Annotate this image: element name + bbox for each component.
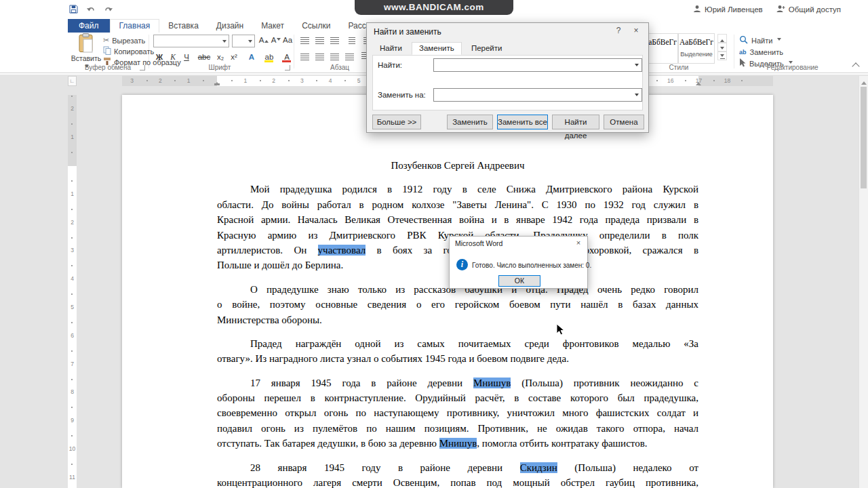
replace-input[interactable]	[433, 88, 642, 102]
word-message-box: Microsoft Word × i Готово. Число выполне…	[449, 236, 588, 289]
ruler-number: 1	[68, 134, 77, 140]
clipboard-dialog-launcher-icon[interactable]	[140, 65, 145, 70]
font-color-button[interactable]: А	[281, 51, 293, 63]
decrease-indent-button[interactable]	[346, 35, 358, 47]
tab-selector-box[interactable]: ∟	[68, 76, 77, 86]
styles-scroll-down-icon[interactable]	[717, 43, 727, 52]
highlight-color-button[interactable]: ab	[263, 51, 275, 63]
styles-scroll-up-icon[interactable]	[717, 34, 727, 43]
style-preview: АаБбВеГг	[679, 34, 714, 51]
paste-label: Вставить	[71, 54, 102, 62]
find-next-button[interactable]: Найти далее	[552, 115, 599, 129]
text-segment: своевременно открыл огонь по наступающем…	[217, 407, 698, 418]
ruler-number: 9	[68, 417, 77, 424]
justify-button[interactable]	[343, 52, 355, 64]
align-right-button[interactable]	[328, 52, 340, 64]
text-segment: области. До войны работал в родном колхо…	[217, 199, 698, 210]
save-icon[interactable]	[69, 5, 78, 14]
ruler-tick	[231, 80, 233, 81]
ruler-number: 2	[159, 76, 162, 86]
scrollbar-thumb[interactable]	[861, 87, 867, 188]
find-button[interactable]: Найти	[739, 35, 781, 45]
undo-icon[interactable]	[86, 5, 96, 14]
tab-replace[interactable]: Заменить	[412, 42, 462, 55]
right-indent-marker[interactable]	[696, 79, 701, 85]
bullets-button[interactable]	[298, 35, 311, 47]
replace-all-button[interactable]: Заменить все	[497, 115, 548, 129]
ruler-number: 18	[724, 76, 730, 86]
style-card-emphasis[interactable]: АаБбВеГг Выделение	[678, 33, 715, 64]
font-color-red-bar	[282, 60, 291, 62]
replace-button[interactable]: ab Заменить	[739, 47, 783, 57]
close-icon[interactable]: ×	[572, 238, 585, 248]
ruler-number: 2	[68, 219, 77, 226]
tab-layout[interactable]: Макет	[252, 19, 293, 33]
user-icon	[693, 5, 701, 14]
chevron-down-icon	[248, 40, 252, 45]
grow-font-button[interactable]: А	[258, 34, 270, 46]
left-indent-marker[interactable]	[214, 83, 220, 85]
font-size-combo[interactable]	[232, 35, 255, 47]
tab-goto[interactable]: Перейти	[464, 42, 510, 55]
text-line: Позубенков Сергей Андреевич	[217, 158, 698, 173]
text-segment: о войне, поэтому основные сведения о его…	[217, 299, 698, 310]
text-line: Мой прадедушка родился в 1912 году в сел…	[217, 182, 698, 197]
highlight-yellow-bar	[264, 60, 273, 62]
align-left-button[interactable]	[298, 52, 311, 64]
strikethrough-button[interactable]: abc	[197, 51, 212, 63]
italic-button[interactable]: К	[167, 51, 179, 63]
text-segment: отвагу». Из наградного листа узнал о соб…	[217, 353, 569, 364]
ok-button[interactable]: ОК	[498, 275, 540, 287]
cut-button[interactable]: ✂ Вырезать	[103, 35, 145, 45]
replace-button-dialog[interactable]: Заменить	[447, 115, 493, 129]
text-segment: (Польша) недалеко от	[557, 462, 698, 473]
ruler-tick	[71, 265, 73, 266]
multilevel-list-button[interactable]	[328, 35, 340, 47]
text-line: области. До войны работал в родном колхо…	[217, 197, 698, 212]
user-account[interactable]: Юрий Ливенцев	[693, 5, 763, 14]
text-effects-button[interactable]: А	[245, 51, 258, 63]
vertical-scrollbar[interactable]	[859, 76, 868, 488]
vertical-ruler[interactable]: 123456789101112	[68, 95, 77, 488]
chevron-down-icon[interactable]	[635, 94, 639, 98]
numbering-button[interactable]	[313, 35, 326, 47]
bold-button[interactable]: Ж	[153, 51, 165, 63]
collapse-ribbon-icon[interactable]	[852, 62, 859, 70]
copy-button[interactable]: Копировать	[103, 46, 154, 56]
ruler-number: 2	[68, 105, 77, 112]
underline-button[interactable]: Ч	[180, 51, 193, 63]
tab-design[interactable]: Дизайн	[208, 19, 252, 33]
cancel-button[interactable]: Отмена	[604, 115, 644, 129]
close-icon[interactable]: ×	[627, 24, 646, 37]
tab-find[interactable]: Найти	[372, 42, 410, 55]
paragraph: 28 января 1945 году в районе деревни Ски…	[217, 460, 698, 488]
font-name-combo[interactable]	[153, 35, 229, 47]
change-case-button[interactable]: Аа	[282, 34, 293, 46]
find-input[interactable]	[433, 58, 642, 72]
superscript-button[interactable]: x²	[228, 51, 240, 63]
chevron-down-icon[interactable]	[635, 64, 639, 68]
styles-gallery-expand-icon[interactable]	[717, 52, 727, 60]
align-center-button[interactable]	[313, 52, 326, 64]
shrink-font-button[interactable]: А	[270, 34, 282, 46]
more-button[interactable]: Больше >>	[372, 115, 421, 129]
ruler-number: 11	[68, 474, 77, 481]
document-text: Позубенков Сергей АндреевичМой прадедушк…	[217, 158, 698, 488]
document-page[interactable]: Позубенков Сергей АндреевичМой прадедушк…	[122, 95, 773, 488]
tab-references[interactable]: Ссылки	[293, 19, 339, 33]
font-dialog-launcher-icon[interactable]	[285, 65, 290, 70]
share-button[interactable]: Общий доступ	[776, 5, 841, 14]
text-line: о войне, поэтому основные сведения о его…	[217, 297, 698, 312]
text-segment: , помогла отбить контратаку фашистов.	[477, 438, 647, 449]
text-segment: обороны перешел в контрнаступление. Оруд…	[217, 392, 698, 403]
styles-gallery-arrows	[717, 34, 727, 60]
tab-file[interactable]: Файл	[68, 19, 110, 33]
group-separator	[294, 35, 294, 68]
tab-home[interactable]: Главная	[110, 19, 160, 33]
tab-insert[interactable]: Вставка	[159, 19, 208, 33]
ruler-tick	[71, 379, 73, 380]
subscript-button[interactable]: x₂	[214, 51, 226, 63]
help-icon[interactable]: ?	[609, 24, 628, 37]
redo-icon[interactable]	[104, 5, 113, 14]
scroll-up-icon[interactable]	[861, 79, 867, 85]
